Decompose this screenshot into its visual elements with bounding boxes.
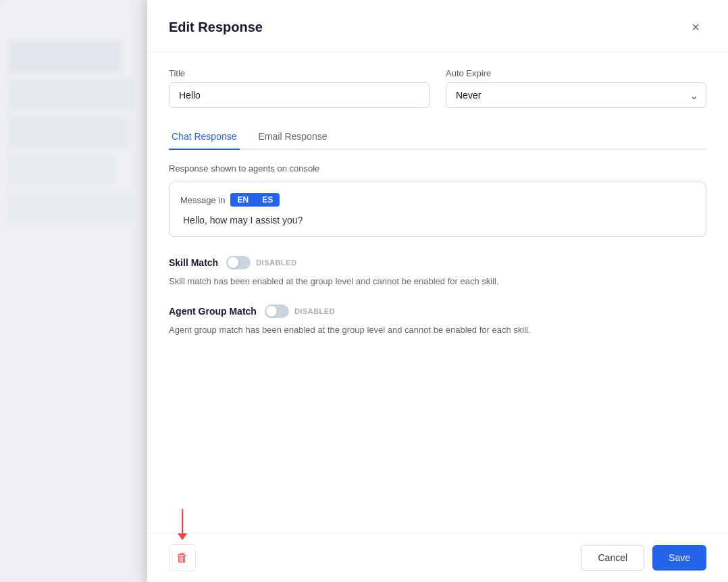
agent-group-match-toggle-wrapper: DISABLED — [265, 305, 335, 318]
title-input[interactable] — [169, 82, 430, 108]
agent-group-match-section: Agent Group Match DISABLED Agent group m… — [169, 305, 706, 337]
modal-title: Edit Response — [169, 20, 263, 35]
tab-email-response[interactable]: Email Response — [256, 124, 330, 150]
auto-expire-select[interactable]: Never 1 Day 7 Days 30 Days — [446, 82, 706, 108]
toggle-knob-2 — [266, 306, 277, 317]
edit-response-modal: Edit Response × Title Auto Expire Never … — [147, 0, 728, 582]
message-text: Hello, how may I assist you? — [180, 215, 695, 226]
language-tabs: EN ES — [230, 193, 280, 207]
skill-match-title: Skill Match — [169, 257, 218, 268]
title-label: Title — [169, 68, 430, 78]
delete-button[interactable]: 🗑 — [169, 544, 196, 571]
auto-expire-label: Auto Expire — [446, 68, 706, 78]
skill-match-header: Skill Match DISABLED — [169, 256, 706, 269]
skill-match-section: Skill Match DISABLED Skill match has bee… — [169, 256, 706, 288]
title-expire-row: Title Auto Expire Never 1 Day 7 Days 30 … — [169, 68, 706, 108]
skill-match-description: Skill match has been enabled at the grou… — [169, 275, 706, 288]
delete-arrow — [178, 509, 187, 540]
agent-group-match-disabled-label: DISABLED — [294, 307, 335, 315]
agent-group-match-header: Agent Group Match DISABLED — [169, 305, 706, 318]
background-sidebar — [0, 0, 142, 582]
agent-group-match-toggle[interactable] — [265, 305, 289, 318]
response-tabs: Chat Response Email Response — [169, 124, 706, 150]
footer-actions: Cancel Save — [581, 545, 706, 571]
lang-tab-en[interactable]: EN — [230, 193, 255, 207]
skill-match-toggle[interactable] — [226, 256, 251, 269]
title-group: Title — [169, 68, 430, 108]
close-button[interactable]: × — [685, 16, 706, 38]
auto-expire-select-wrapper: Never 1 Day 7 Days 30 Days ⌄ — [446, 82, 706, 108]
close-icon: × — [692, 20, 700, 35]
delete-button-container: 🗑 — [169, 544, 196, 571]
skill-match-toggle-wrapper: DISABLED — [226, 256, 296, 269]
toggle-knob — [228, 257, 238, 268]
auto-expire-group: Auto Expire Never 1 Day 7 Days 30 Days ⌄ — [446, 68, 706, 108]
section-label: Response shown to agents on console — [169, 163, 706, 174]
agent-group-match-title: Agent Group Match — [169, 306, 257, 317]
cancel-button[interactable]: Cancel — [581, 545, 644, 571]
modal-footer: 🗑 Cancel Save — [147, 533, 728, 582]
tab-chat-response[interactable]: Chat Response — [169, 124, 240, 150]
modal-body: Title Auto Expire Never 1 Day 7 Days 30 … — [147, 52, 728, 533]
arrow-head — [178, 533, 187, 540]
modal-header: Edit Response × — [147, 0, 728, 52]
skill-match-disabled-label: DISABLED — [256, 259, 296, 267]
trash-icon: 🗑 — [176, 551, 188, 565]
lang-tab-es[interactable]: ES — [255, 193, 280, 207]
message-in-label: Message in — [180, 195, 225, 205]
message-box: Message in EN ES Hello, how may I assist… — [169, 182, 706, 237]
message-in-row: Message in EN ES — [180, 193, 695, 207]
agent-group-match-description: Agent group match has been enabled at th… — [169, 323, 706, 337]
arrow-line — [182, 509, 184, 533]
save-button[interactable]: Save — [652, 545, 706, 571]
